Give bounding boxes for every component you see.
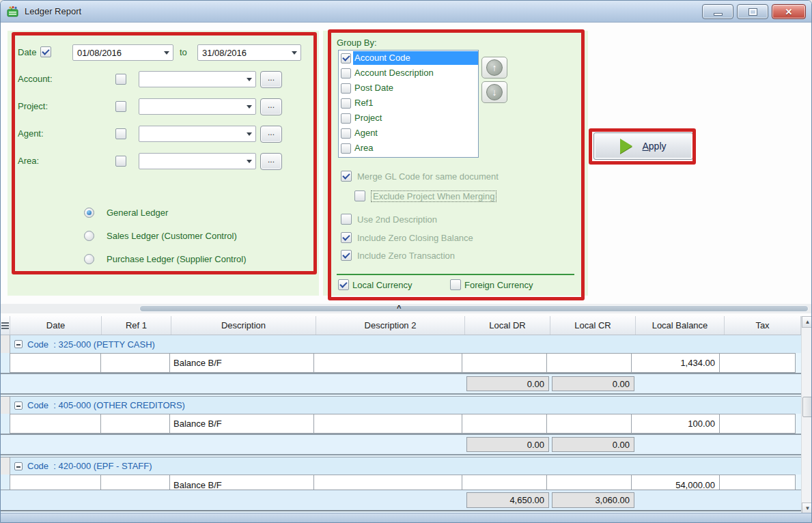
- foreign-currency-checkbox[interactable]: [450, 279, 461, 290]
- option-merge-gl-code[interactable]: Merge GL Code for same document: [341, 169, 499, 183]
- collapse-splitter-icon[interactable]: ^: [397, 304, 401, 313]
- project-combobox[interactable]: [139, 98, 256, 115]
- group-header-row[interactable]: Code : 325-000 (PETTY CASH): [1, 335, 801, 353]
- cell-date: [10, 353, 101, 373]
- option-checkbox[interactable]: [354, 190, 365, 201]
- project-checkbox[interactable]: [115, 101, 126, 112]
- option-include-zero-transaction[interactable]: Include Zero Transaction: [341, 249, 455, 262]
- move-down-button[interactable]: ↓: [481, 81, 507, 103]
- option-checkbox[interactable]: [341, 250, 352, 261]
- local-currency-checkbox[interactable]: [338, 279, 349, 290]
- close-button[interactable]: ✕: [772, 4, 806, 19]
- item-checkbox[interactable]: [341, 53, 351, 63]
- project-filter-row: Project: ...: [8, 98, 319, 116]
- date-from-value: 01/08/2016: [73, 48, 160, 58]
- account-combobox[interactable]: [139, 71, 256, 87]
- vertical-scrollbar[interactable]: ▲ ▼: [801, 316, 812, 514]
- column-header-description2[interactable]: Description 2: [316, 316, 465, 335]
- column-header-local-cr[interactable]: Local CR: [550, 316, 636, 335]
- option-exclude-project[interactable]: Exclude Project When Merging: [354, 189, 496, 203]
- account-browse-button[interactable]: ...: [260, 71, 282, 88]
- option-label: Include Zero Closing Balance: [357, 233, 473, 243]
- group-header-label: Code : 325-000 (PETTY CASH): [27, 339, 155, 350]
- radio-sales-ledger[interactable]: Sales Ledger (Customer Control): [84, 229, 237, 242]
- account-checkbox[interactable]: [115, 74, 126, 85]
- grid-corner-button[interactable]: [1, 316, 10, 335]
- item-checkbox[interactable]: [341, 128, 351, 139]
- radio-icon[interactable]: [84, 254, 94, 264]
- column-header-ref1[interactable]: Ref 1: [102, 316, 171, 335]
- radio-icon[interactable]: [84, 208, 94, 218]
- table-row[interactable]: Balance B/F 54,000.00: [1, 475, 801, 490]
- area-combobox[interactable]: [139, 153, 256, 169]
- item-checkbox[interactable]: [341, 68, 351, 79]
- column-header-tax[interactable]: Tax: [725, 316, 801, 335]
- collapse-group-icon[interactable]: [14, 340, 23, 348]
- splitter-grip[interactable]: [139, 305, 809, 312]
- option-checkbox[interactable]: [341, 171, 352, 182]
- agent-combobox[interactable]: [139, 126, 256, 142]
- group-header-row[interactable]: Code : 405-000 (OTHER CREDITORS): [1, 396, 801, 414]
- row-indicator: [1, 457, 10, 475]
- local-currency-option[interactable]: Local Currency: [338, 279, 412, 290]
- column-header-description[interactable]: Description: [171, 316, 316, 335]
- minimize-button[interactable]: [702, 4, 733, 19]
- account-label: Account:: [18, 74, 53, 84]
- foreign-currency-option[interactable]: Foreign Currency: [450, 279, 533, 290]
- option-checkbox[interactable]: [341, 232, 352, 243]
- chevron-down-icon[interactable]: [243, 160, 255, 163]
- chevron-down-icon[interactable]: [243, 132, 255, 136]
- move-up-button[interactable]: ↑: [481, 57, 507, 79]
- group-header-row[interactable]: Code : 420-000 (EPF - STAFF): [1, 457, 801, 475]
- date-to-combobox[interactable]: 31/08/2016: [197, 44, 301, 61]
- collapse-group-icon[interactable]: [14, 401, 23, 410]
- item-checkbox[interactable]: [341, 143, 351, 154]
- cell: [102, 374, 171, 393]
- panel-splitter[interactable]: ^: [1, 304, 812, 313]
- groupby-item-area[interactable]: Area: [339, 141, 478, 156]
- column-header-date[interactable]: Date: [10, 316, 102, 335]
- cell-ref1: [100, 353, 170, 373]
- scrollbar-thumb[interactable]: [802, 397, 812, 417]
- item-checkbox[interactable]: [341, 113, 351, 124]
- apply-button[interactable]: Apply: [593, 132, 693, 160]
- item-checkbox[interactable]: [341, 83, 351, 94]
- groupby-listbox[interactable]: Account Code Account Description Post Da…: [338, 50, 479, 158]
- project-browse-button[interactable]: ...: [260, 98, 282, 115]
- chevron-down-icon[interactable]: [288, 51, 300, 55]
- row-indicator: [1, 353, 10, 373]
- scroll-up-button[interactable]: ▲: [802, 316, 812, 328]
- option-checkbox[interactable]: [341, 214, 352, 225]
- collapse-group-icon[interactable]: [14, 462, 23, 470]
- groupby-item-agent[interactable]: Agent: [339, 126, 478, 141]
- area-checkbox[interactable]: [115, 156, 126, 167]
- agent-checkbox[interactable]: [115, 128, 126, 139]
- groupby-item-account-description[interactable]: Account Description: [339, 66, 478, 81]
- titlebar[interactable]: Ledger Report ✕: [1, 1, 811, 23]
- column-header-local-balance[interactable]: Local Balance: [636, 316, 725, 335]
- table-row[interactable]: Balance B/F 100.00: [1, 414, 801, 435]
- item-checkbox[interactable]: [341, 98, 351, 109]
- option-use-2nd-description[interactable]: Use 2nd Description: [341, 212, 437, 226]
- cell: [102, 435, 171, 454]
- radio-icon[interactable]: [84, 231, 94, 241]
- groupby-item-ref1[interactable]: Ref1: [339, 96, 478, 111]
- groupby-item-account-code[interactable]: Account Code: [339, 51, 478, 66]
- radio-general-ledger[interactable]: General Ledger: [84, 206, 168, 219]
- chevron-down-icon[interactable]: [160, 51, 173, 55]
- radio-purchase-ledger[interactable]: Purchase Ledger (Supplier Control): [84, 252, 247, 266]
- date-from-combobox[interactable]: 01/08/2016: [72, 44, 173, 61]
- groupby-item-post-date[interactable]: Post Date: [339, 81, 478, 96]
- groupby-item-project[interactable]: Project: [339, 111, 478, 126]
- option-include-zero-closing-balance[interactable]: Include Zero Closing Balance: [341, 231, 473, 244]
- chevron-down-icon[interactable]: [243, 78, 255, 81]
- date-checkbox[interactable]: [40, 46, 51, 57]
- area-browse-button[interactable]: ...: [260, 153, 282, 170]
- cell-local-dr: [462, 414, 547, 434]
- maximize-button[interactable]: [737, 4, 768, 19]
- chevron-down-icon[interactable]: [243, 105, 255, 109]
- column-header-local-dr[interactable]: Local DR: [465, 316, 550, 335]
- cell-local-dr: [462, 353, 547, 373]
- agent-browse-button[interactable]: ...: [260, 126, 282, 143]
- table-row[interactable]: Balance B/F 1,434.00: [1, 353, 801, 374]
